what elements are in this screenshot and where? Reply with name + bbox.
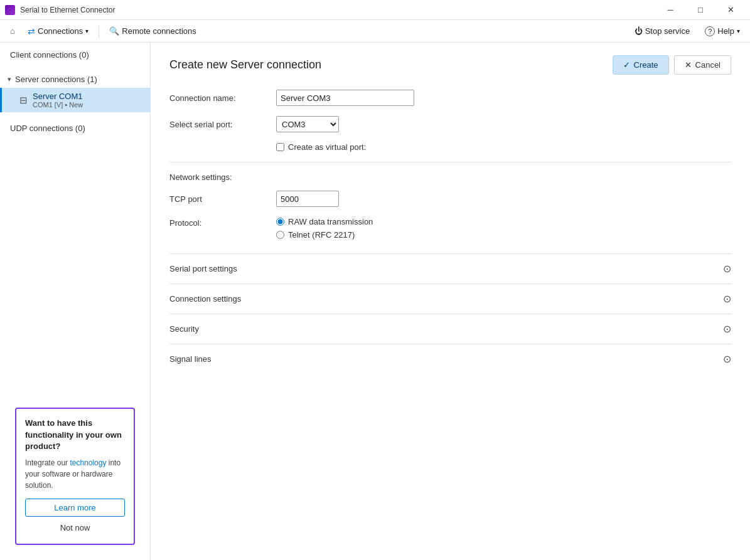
- connection-settings-title: Connection settings: [169, 294, 241, 304]
- form-header: Create new Server connection ✓ Create ✕ …: [169, 55, 731, 75]
- connection-settings-expand-icon: ⊙: [723, 293, 731, 305]
- protocol-telnet-label[interactable]: Telnet (RFC 2217): [288, 230, 355, 240]
- stop-service-label: Stop service: [645, 26, 690, 36]
- connection-settings-section: Connection settings ⊙: [169, 283, 731, 314]
- serial-port-settings-section: Serial port settings ⊙: [169, 253, 731, 283]
- help-arrow-icon: ▾: [737, 28, 740, 34]
- stop-service-icon: ⏻: [635, 26, 643, 36]
- close-button[interactable]: ✕: [716, 0, 745, 20]
- serial-port-settings-header[interactable]: Serial port settings ⊙: [169, 262, 731, 276]
- create-button[interactable]: ✓ Create: [613, 55, 669, 75]
- help-button[interactable]: ? Help ▾: [700, 24, 745, 39]
- security-title: Security: [169, 324, 199, 334]
- signal-lines-section: Signal lines ⊙: [169, 344, 731, 374]
- help-icon: ?: [705, 26, 715, 36]
- form-area: Create new Server connection ✓ Create ✕ …: [151, 43, 750, 386]
- remote-connections-menu[interactable]: 🔍 Remote connections: [104, 24, 201, 38]
- menubar: ⌂ ⇄ Connections ▾ 🔍 Remote connections ⏻…: [0, 20, 750, 43]
- form-actions: ✓ Create ✕ Cancel: [613, 55, 732, 75]
- sidebar-section-client: Client connections (0): [0, 43, 150, 67]
- promo-box: Want to have this functionality in your …: [15, 408, 135, 545]
- main-content: Create new Server connection ✓ Create ✕ …: [151, 43, 750, 560]
- promo-text: Integrate our technology into your softw…: [25, 457, 125, 491]
- serial-port-settings-expand-icon: ⊙: [723, 263, 731, 275]
- form-title: Create new Server connection: [169, 58, 321, 71]
- menubar-right: ⏻ Stop service ? Help ▾: [629, 24, 745, 39]
- menu-separator: [99, 25, 99, 38]
- serial-port-settings-title: Serial port settings: [169, 264, 237, 273]
- app-icon: [5, 5, 15, 15]
- minimize-button[interactable]: ─: [656, 0, 685, 20]
- maximize-button[interactable]: □: [686, 0, 715, 20]
- sidebar-server-connections-header[interactable]: ▾ Server connections (1): [0, 71, 150, 88]
- connections-arrow-icon: ▾: [85, 28, 88, 34]
- app-layout: Client connections (0) ▾ Server connecti…: [0, 43, 750, 560]
- protocol-radio-group: RAW data transmission Telnet (RFC 2217): [276, 217, 373, 243]
- home-button[interactable]: ⌂: [5, 24, 20, 39]
- connections-menu[interactable]: ⇄ Connections ▾: [23, 24, 94, 39]
- network-settings-title: Network settings:: [169, 172, 232, 182]
- sidebar-item-udp-connections[interactable]: UDP connections (0): [0, 120, 150, 137]
- search-icon: 🔍: [109, 26, 119, 36]
- signal-lines-header[interactable]: Signal lines ⊙: [169, 352, 731, 366]
- select-port-row: Select serial port: COM3 COM1 COM2 COM4: [169, 116, 731, 132]
- sidebar-item-client-connections[interactable]: Client connections (0): [0, 46, 150, 63]
- cancel-button[interactable]: ✕ Cancel: [674, 55, 731, 75]
- protocol-row: Protocol: RAW data transmission Telnet (…: [169, 217, 731, 243]
- remote-connections-label: Remote connections: [122, 26, 196, 36]
- protocol-raw-label[interactable]: RAW data transmission: [288, 217, 373, 226]
- network-settings-divider: [169, 162, 731, 162]
- titlebar-left: Serial to Ethernet Connector: [5, 5, 115, 15]
- sidebar-section-udp: UDP connections (0): [0, 116, 150, 140]
- stop-service-button[interactable]: ⏻ Stop service: [629, 24, 695, 38]
- learn-more-button[interactable]: Learn more: [25, 499, 125, 517]
- protocol-raw-radio[interactable]: [276, 218, 284, 226]
- protocol-raw-option[interactable]: RAW data transmission: [276, 217, 373, 226]
- connection-name-row: Connection name:: [169, 90, 731, 106]
- titlebar-controls: ─ □ ✕: [656, 0, 745, 20]
- security-header[interactable]: Security ⊙: [169, 322, 731, 336]
- sidebar: Client connections (0) ▾ Server connecti…: [0, 43, 151, 560]
- connections-label: Connections: [38, 26, 83, 36]
- sidebar-server-connections-label: Server connections (1): [15, 75, 97, 84]
- tcp-port-row: TCP port: [169, 191, 731, 207]
- protocol-telnet-radio[interactable]: [276, 231, 284, 239]
- sidebar-section-server: ▾ Server connections (1) ⊟ Server COM1 C…: [0, 67, 150, 116]
- sidebar-server-sub: COM1 [V] • New: [33, 101, 83, 108]
- connection-name-label: Connection name:: [169, 93, 276, 103]
- signal-lines-title: Signal lines: [169, 354, 212, 364]
- create-label: Create: [634, 60, 658, 70]
- select-port-label: Select serial port:: [169, 120, 276, 129]
- signal-lines-expand-icon: ⊙: [723, 353, 731, 365]
- cancel-x-icon: ✕: [685, 60, 692, 70]
- help-label: Help: [717, 26, 734, 36]
- client-connections-label: Client connections (0): [10, 50, 89, 60]
- udp-connections-label: UDP connections (0): [10, 124, 85, 133]
- not-now-button[interactable]: Not now: [25, 520, 125, 535]
- server-item-icon: ⊟: [19, 95, 28, 106]
- titlebar: Serial to Ethernet Connector ─ □ ✕: [0, 0, 750, 20]
- promo-highlight: technology: [70, 458, 106, 467]
- connection-name-input[interactable]: [276, 90, 414, 106]
- server-chevron-icon: ▾: [8, 75, 11, 83]
- network-settings-title-row: Network settings:: [169, 172, 731, 182]
- protocol-telnet-option[interactable]: Telnet (RFC 2217): [276, 230, 373, 240]
- promo-container: Want to have this functionality in your …: [0, 400, 150, 560]
- virtual-port-row: Create as virtual port:: [169, 142, 731, 152]
- virtual-port-checkbox[interactable]: [276, 143, 284, 151]
- virtual-port-label[interactable]: Create as virtual port:: [288, 142, 366, 152]
- serial-port-select[interactable]: COM3 COM1 COM2 COM4: [276, 116, 339, 132]
- sidebar-server-text: Server COM1 COM1 [V] • New: [33, 92, 83, 108]
- connections-icon: ⇄: [28, 26, 35, 36]
- sidebar-server-name: Server COM1: [33, 92, 83, 101]
- protocol-label: Protocol:: [169, 217, 276, 228]
- create-checkmark-icon: ✓: [623, 60, 630, 70]
- titlebar-title: Serial to Ethernet Connector: [20, 6, 115, 14]
- connection-settings-header[interactable]: Connection settings ⊙: [169, 292, 731, 306]
- tcp-port-input[interactable]: [276, 191, 339, 207]
- cancel-label: Cancel: [695, 60, 721, 70]
- security-expand-icon: ⊙: [723, 323, 731, 335]
- tcp-port-label: TCP port: [169, 194, 276, 204]
- sidebar-server-com1-item[interactable]: ⊟ Server COM1 COM1 [V] • New: [0, 88, 150, 112]
- promo-title: Want to have this functionality in your …: [25, 418, 125, 452]
